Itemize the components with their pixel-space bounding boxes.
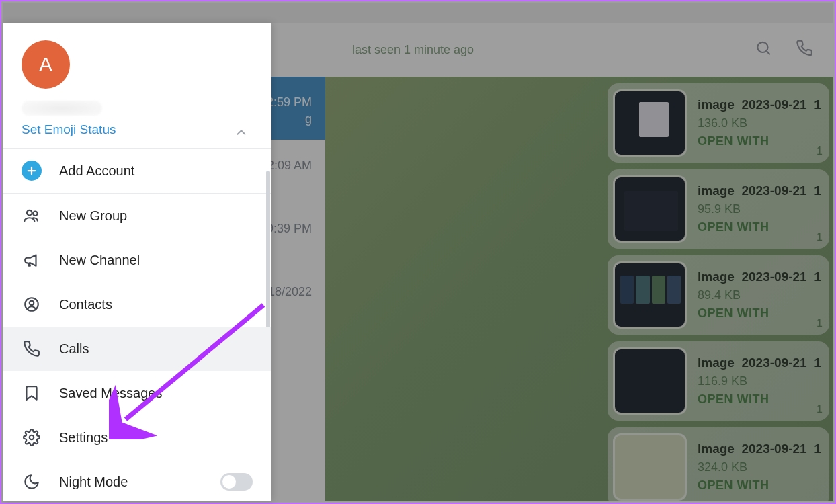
gear-icon <box>22 427 42 448</box>
group-icon <box>22 206 42 226</box>
menu-label: New Group <box>59 208 127 224</box>
svg-point-5 <box>33 212 37 216</box>
plus-icon <box>22 161 42 181</box>
svg-point-4 <box>27 210 32 216</box>
settings-menu-item[interactable]: Settings <box>3 415 271 460</box>
chevron-up-icon[interactable] <box>234 125 249 142</box>
drawer-profile-block: A Set Emoji Status <box>3 23 271 148</box>
saved-messages-menu-item[interactable]: Saved Messages <box>3 371 271 415</box>
night-mode-menu-item[interactable]: Night Mode <box>3 460 271 504</box>
avatar-initial: A <box>39 53 52 76</box>
set-emoji-status-link[interactable]: Set Emoji Status <box>22 122 253 137</box>
new-channel-menu-item[interactable]: New Channel <box>3 238 271 282</box>
menu-label: Add Account <box>59 163 134 179</box>
avatar[interactable]: A <box>22 40 70 89</box>
calls-menu-item[interactable]: Calls <box>3 327 271 371</box>
moon-icon <box>22 472 42 492</box>
menu-label: New Channel <box>59 253 140 268</box>
megaphone-icon <box>22 250 42 270</box>
username-redacted <box>22 101 102 116</box>
svg-point-8 <box>30 435 34 440</box>
contact-icon <box>22 294 42 314</box>
menu-label: Night Mode <box>59 474 128 490</box>
new-group-menu-item[interactable]: New Group <box>3 194 271 238</box>
phone-icon <box>22 339 42 359</box>
night-mode-toggle[interactable] <box>220 473 253 491</box>
menu-label: Settings <box>59 430 108 446</box>
menu-label: Saved Messages <box>59 386 162 401</box>
bookmark-icon <box>22 383 42 403</box>
add-account-menu-item[interactable]: Add Account <box>3 149 271 193</box>
contacts-menu-item[interactable]: Contacts <box>3 282 271 327</box>
menu-label: Contacts <box>59 297 112 312</box>
svg-point-7 <box>30 301 34 306</box>
hamburger-drawer: A Set Emoji Status Add Account New Group <box>3 23 271 501</box>
menu-label: Calls <box>59 341 89 357</box>
